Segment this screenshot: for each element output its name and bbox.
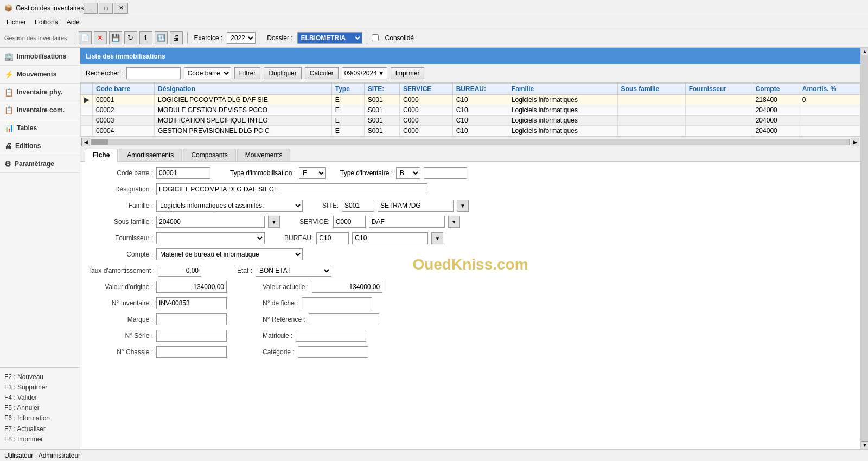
table-row[interactable]: 00004GESTION PREVISIONNEL DLG PC CES001C… [81,126,860,136]
bureau-name-input[interactable] [352,232,428,244]
menu-editions[interactable]: Editions [30,17,62,27]
refresh-button[interactable]: ↻ [124,31,137,44]
table-cell: C10 [452,95,508,105]
tab-amortissements[interactable]: Amortissements [119,149,182,161]
marque-input[interactable] [156,313,227,325]
data-table-wrapper[interactable]: Code barre Désignation Type SITE: SERVIC… [80,83,860,137]
fournisseur-select[interactable] [156,232,265,244]
exercice-select[interactable]: 2022 [227,32,256,44]
sidebar: 🏢 Immobilisations ⚡ Mouvements 📋 Inventa… [0,48,80,449]
site-code-input[interactable] [342,200,374,212]
date-picker[interactable]: 09/09/2024 ▼ [342,67,387,79]
reload-button[interactable]: 🔃 [155,31,168,44]
filtrer-button[interactable]: Filtrer [234,67,261,79]
service-name-input[interactable] [369,216,445,228]
vscroll-down[interactable]: ▼ [861,441,868,449]
site-name-input[interactable] [378,200,454,212]
consolide-checkbox[interactable] [372,34,379,41]
scroll-right-arrow[interactable]: ▶ [851,138,859,146]
data-table: Code barre Désignation Type SITE: SERVIC… [80,83,860,136]
info-button[interactable]: ℹ [139,31,152,44]
table-cell: S001 [364,105,399,116]
col-amortis[interactable]: Amortis. % [799,84,860,95]
save-button[interactable]: 💾 [109,31,122,44]
tab-fiche[interactable]: Fiche [85,149,118,162]
etat-label: Etat : [237,267,252,274]
sidebar-item-inventaire-com[interactable]: 📋 Inventaire com. [0,101,80,119]
menu-fichier[interactable]: Fichier [2,17,30,27]
site-browse-button[interactable]: ▼ [457,200,469,212]
matricule-label: Matricule : [263,332,292,340]
col-service[interactable]: SERVICE [399,84,452,95]
categorie-label: Catégorie : [263,348,295,356]
sidebar-item-mouvements[interactable]: ⚡ Mouvements [0,66,80,84]
sidebar-item-inventaire-phy[interactable]: 📋 Inventaire phy. [0,84,80,101]
menu-aide[interactable]: Aide [62,17,84,27]
table-cell: S001 [364,116,399,126]
table-row[interactable]: 00003MODIFICATION SPECIFIQUE INTEGES001C… [81,116,860,126]
col-compte[interactable]: Compte [752,84,799,95]
n-fiche-input[interactable] [302,297,372,309]
col-type[interactable]: Type [331,84,364,95]
designation-input[interactable] [156,183,427,195]
hscroll-track[interactable] [91,139,850,145]
minimize-button[interactable]: – [84,3,98,14]
n-serie-input[interactable] [156,330,227,342]
etat-select[interactable]: BON ETAT [256,265,331,277]
type-inventaire-select[interactable]: B [396,167,420,179]
print-button[interactable]: 🖨 [170,31,183,44]
col-famille[interactable]: Famille [508,84,617,95]
search-input[interactable] [126,67,181,79]
tab-composants[interactable]: Composants [183,149,235,161]
tab-mouvements[interactable]: Mouvements [237,149,291,161]
valeur-actuelle-input[interactable] [312,281,382,293]
categorie-input[interactable] [298,346,368,358]
type-immob-select[interactable]: E [299,167,326,179]
service-browse-button[interactable]: ▼ [448,216,460,228]
sidebar-item-immobilisations[interactable]: 🏢 Immobilisations [0,48,80,66]
col-site[interactable]: SITE: [364,84,399,95]
n-reference-input[interactable] [309,313,379,325]
search-type-select[interactable]: Code barre [184,67,231,79]
col-bureau[interactable]: BUREAU: [452,84,508,95]
bureau-browse-button[interactable]: ▼ [431,232,443,244]
delete-button[interactable]: ✕ [94,31,107,44]
new-button[interactable]: 📄 [79,31,92,44]
compte-select[interactable]: Matériel de bureau et informatique [156,248,303,260]
n-reference-label: N° Référence : [263,316,305,323]
sous-famille-input[interactable] [156,216,265,228]
vscroll-track[interactable] [861,55,868,441]
vscroll-up[interactable]: ▲ [861,48,868,55]
dupliquer-button[interactable]: Dupliquer [264,67,301,79]
n-inventaire-input[interactable] [156,297,227,309]
code-barre-input[interactable] [156,167,210,179]
table-row[interactable]: ▶00001LOGICIEL PCCOMPTA DLG DAF SIEES001… [81,95,860,105]
inventaire-com-icon: 📋 [4,106,14,114]
close-button[interactable]: ✕ [114,3,128,14]
famille-select[interactable]: Logiciels informatiques et assimilés. [156,200,303,212]
matricule-input[interactable] [296,330,366,342]
sidebar-item-parametrage[interactable]: ⚙ Paramètrage [0,155,80,173]
dossier-select[interactable]: ELBIOMETRIA [297,32,362,44]
sous-famille-browse-button[interactable]: ▼ [268,216,280,228]
restore-button[interactable]: □ [99,3,113,14]
imprimer-button[interactable]: Imprmer [391,67,425,79]
col-designation[interactable]: Désignation [155,84,332,95]
service-code-input[interactable] [333,216,366,228]
sidebar-item-editions[interactable]: 🖨 Editions [0,137,80,155]
valeur-actuelle-label: Valeur actuelle : [263,283,309,291]
bureau-code-input[interactable] [316,232,349,244]
valeur-origine-input[interactable] [156,281,227,293]
col-fournisseur[interactable]: Fournisseur [685,84,752,95]
status-bar: Utilisateur : Administrateur [0,449,868,461]
scroll-left-arrow[interactable]: ◀ [81,138,90,146]
n-chassie-input[interactable] [156,346,227,358]
table-cell [617,126,685,136]
col-code-barre[interactable]: Code barre [93,84,155,95]
shortcut-f6: F6 : Information [4,413,75,424]
calculer-button[interactable]: Calculer [305,67,339,79]
table-row[interactable]: 00002MODULE GESTION DEVISES PCCOES001C00… [81,105,860,116]
taux-input[interactable] [158,265,201,277]
col-sous-famille[interactable]: Sous famille [617,84,685,95]
sidebar-item-tables[interactable]: 📊 Tables [0,119,80,137]
